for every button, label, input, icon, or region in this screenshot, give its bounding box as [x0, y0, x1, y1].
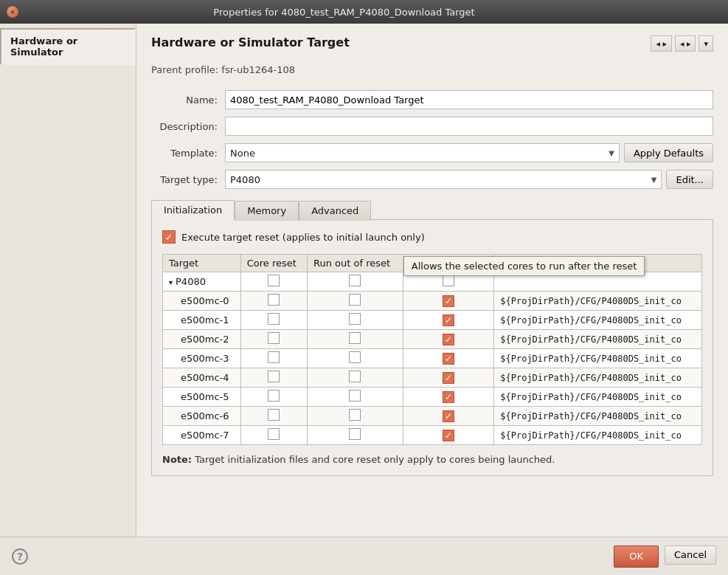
panel-title: Hardware or Simulator Target: [151, 35, 350, 49]
core-reset-checkbox[interactable]: [268, 275, 280, 286]
init-target-checkbox[interactable]: [443, 295, 454, 307]
cell-init-target: [403, 349, 493, 368]
cell-script: ${ProjDirPath}/CFG/P4080DS_init_co: [494, 292, 702, 311]
target-type-dropdown[interactable]: P4080 ▼: [225, 170, 662, 189]
core-reset-checkbox[interactable]: [268, 409, 280, 421]
run-out-checkbox[interactable]: [349, 351, 361, 363]
apply-defaults-button[interactable]: Apply Defaults: [624, 143, 713, 162]
tab-content: Execute target reset (applies to initial…: [151, 219, 713, 476]
core-reset-checkbox[interactable]: [268, 371, 280, 382]
note-text: Note: Target initialization files and co…: [162, 454, 702, 465]
core-reset-checkbox[interactable]: [268, 351, 280, 363]
col-target: Target: [163, 255, 241, 272]
table-row: e500mc-4${ProjDirPath}/CFG/P4080DS_init_…: [163, 368, 702, 388]
cell-core-reset: [240, 272, 307, 292]
cell-script: ${ProjDirPath}/CFG/P4080DS_init_co: [494, 368, 702, 388]
content-area: Hardware or Simulator Hardware or Simula…: [0, 24, 728, 537]
nav-forward-button[interactable]: ◂ ▸: [675, 35, 696, 52]
cell-run-out: [307, 388, 403, 407]
ok-button[interactable]: OK: [614, 545, 659, 568]
cell-run-out: [307, 330, 403, 349]
target-type-label: Target type:: [151, 174, 225, 185]
cell-core-reset: [240, 388, 307, 407]
main-container: Hardware or Simulator Hardware or Simula…: [0, 24, 728, 575]
execute-reset-row: Execute target reset (applies to initial…: [162, 230, 702, 244]
run-out-checkbox[interactable]: [349, 313, 361, 325]
template-dropdown[interactable]: None ▼: [225, 143, 620, 162]
core-reset-checkbox[interactable]: [268, 390, 280, 402]
cell-run-out: [307, 349, 403, 368]
cell-script: ${ProjDirPath}/CFG/P4080DS_init_co: [494, 407, 702, 426]
bottom-buttons: OK Cancel: [614, 545, 716, 568]
cell-core-reset: [240, 349, 307, 368]
core-reset-checkbox[interactable]: [268, 294, 280, 306]
window-title: Properties for 4080_test_RAM_P4080_Downl…: [0, 7, 722, 18]
cell-script: ${ProjDirPath}/CFG/P4080DS_init_co: [494, 426, 702, 445]
cell-core-reset: [240, 311, 307, 330]
help-button[interactable]: ?: [12, 548, 28, 565]
init-target-checkbox[interactable]: [443, 430, 454, 441]
init-target-checkbox[interactable]: [443, 334, 454, 345]
table-header-row: Target Core reset Run out of reset Initi…: [163, 255, 702, 272]
cell-core-reset: [240, 368, 307, 388]
cell-run-out: [307, 426, 403, 445]
cell-core-reset: [240, 330, 307, 349]
init-target-checkbox[interactable]: [443, 391, 454, 403]
cell-init-target: [403, 292, 493, 311]
run-out-checkbox[interactable]: [349, 294, 361, 306]
template-dropdown-arrow: ▼: [609, 149, 614, 157]
name-input[interactable]: [225, 90, 713, 109]
run-out-checkbox[interactable]: [349, 371, 361, 382]
bottom-bar: ? OK Cancel: [0, 537, 728, 575]
execute-reset-label: Execute target reset (applies to initial…: [181, 232, 425, 243]
core-reset-checkbox[interactable]: [268, 332, 280, 344]
edit-button[interactable]: Edit...: [666, 170, 713, 189]
core-reset-checkbox[interactable]: [268, 428, 280, 440]
right-panel: Hardware or Simulator Target ◂ ▸ ◂ ▸ ▾ P…: [136, 24, 728, 537]
target-type-dropdown-container: P4080 ▼ Edit...: [225, 170, 713, 189]
run-out-checkbox[interactable]: [349, 428, 361, 440]
run-out-checkbox[interactable]: [349, 332, 361, 344]
expand-icon[interactable]: ▾: [169, 278, 173, 286]
sidebar: Hardware or Simulator: [0, 24, 136, 537]
cell-target: e500mc-3: [163, 349, 241, 368]
template-value: None: [230, 148, 255, 159]
cell-run-out: [307, 311, 403, 330]
init-target-checkbox[interactable]: [443, 314, 454, 326]
table-row: e500mc-2${ProjDirPath}/CFG/P4080DS_init_…: [163, 330, 702, 349]
init-target-checkbox[interactable]: [443, 372, 454, 384]
core-reset-checkbox[interactable]: [268, 313, 280, 325]
run-out-checkbox[interactable]: [349, 409, 361, 421]
titlebar: × Properties for 4080_test_RAM_P4080_Dow…: [0, 0, 728, 24]
execute-reset-checkbox[interactable]: [162, 230, 176, 244]
sidebar-item-hardware[interactable]: Hardware or Simulator: [0, 28, 136, 65]
name-label: Name:: [151, 94, 225, 106]
cell-target: e500mc-0: [163, 292, 241, 311]
init-target-checkbox[interactable]: [443, 275, 454, 286]
cell-run-out: [307, 292, 403, 311]
nav-dropdown-button[interactable]: ▾: [698, 35, 713, 52]
run-out-checkbox[interactable]: [349, 390, 361, 402]
run-out-checkbox[interactable]: [349, 275, 361, 286]
nav-back-button[interactable]: ◂ ▸: [651, 35, 672, 52]
cell-core-reset: [240, 292, 307, 311]
tab-initialization[interactable]: Initialization: [151, 200, 235, 220]
description-label: Description:: [151, 121, 225, 132]
col-init-target: Initialize target Allows the selected co…: [403, 255, 493, 272]
cell-core-reset: [240, 426, 307, 445]
init-target-checkbox[interactable]: [443, 353, 454, 365]
description-input[interactable]: [225, 117, 713, 136]
tooltip: Allows the selected cores to run after t…: [403, 256, 645, 276]
cell-run-out: [307, 407, 403, 426]
cell-init-target: [403, 426, 493, 445]
table-wrapper: Target Core reset Run out of reset Initi…: [162, 254, 702, 445]
init-target-checkbox[interactable]: [443, 410, 454, 422]
tab-advanced-label: Advanced: [311, 205, 358, 216]
sidebar-item-label: Hardware or Simulator: [10, 35, 77, 58]
template-row: Template: None ▼ Apply Defaults: [151, 143, 713, 162]
table-row: e500mc-5${ProjDirPath}/CFG/P4080DS_init_…: [163, 388, 702, 407]
cancel-button[interactable]: Cancel: [665, 545, 716, 565]
tab-memory[interactable]: Memory: [235, 201, 299, 221]
cell-target: ▾P4080: [163, 272, 241, 292]
tab-advanced[interactable]: Advanced: [299, 201, 371, 221]
